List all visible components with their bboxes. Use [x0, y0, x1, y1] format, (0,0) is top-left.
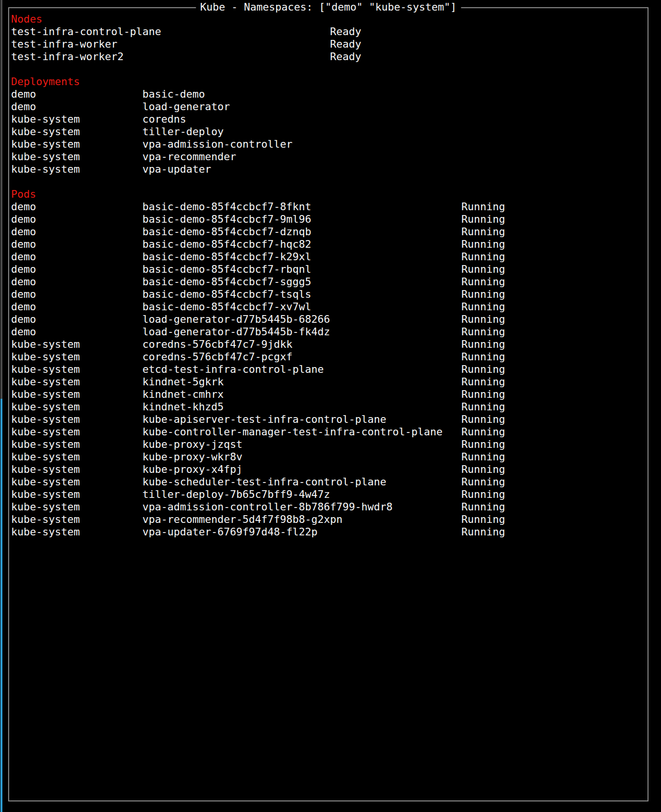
pod-row-status: Running [461, 463, 505, 476]
pod-row-namespace: demo [11, 251, 142, 263]
terminal-window: Kube - Namespaces: ["demo" "kube-system"… [8, 7, 648, 801]
pod-row: demobasic-demo-85f4ccbcf7-rbqnlRunning [11, 263, 648, 276]
pod-row-namespace: demo [11, 276, 142, 288]
pod-row: kube-systemkube-controller-manager-test-… [11, 426, 648, 438]
pod-row-namespace: demo [11, 213, 142, 226]
deployment-row-namespace: demo [11, 88, 142, 101]
node-row: test-infra-workerReady [11, 38, 648, 51]
pod-row: demoload-generator-d77b5445b-68266Runnin… [11, 313, 648, 326]
scrollbar[interactable] [0, 0, 2, 812]
pod-row-status: Running [461, 313, 505, 326]
pod-row-namespace: kube-system [11, 476, 142, 488]
pod-row-namespace: kube-system [11, 351, 142, 363]
deployment-row-name: vpa-updater [142, 163, 211, 176]
pod-row-name: basic-demo-85f4ccbcf7-sggg5 [142, 276, 461, 288]
pod-row: kube-systemkindnet-cmhrxRunning [11, 388, 648, 401]
section-header-nodes: Nodes [11, 13, 648, 25]
node-row-name: test-infra-worker2 [11, 51, 330, 63]
pod-row-namespace: demo [11, 326, 142, 338]
pod-row: kube-systemkube-proxy-jzqstRunning [11, 438, 648, 451]
deployment-row: kube-systemcoredns [11, 113, 648, 126]
pod-row: demobasic-demo-85f4ccbcf7-9ml96Running [11, 213, 648, 226]
pod-row-name: basic-demo-85f4ccbcf7-9ml96 [142, 213, 461, 226]
pod-row: kube-systemvpa-admission-controller-8b78… [11, 501, 648, 513]
node-row: test-infra-control-planeReady [11, 25, 648, 38]
pod-row-name: basic-demo-85f4ccbcf7-xv7wl [142, 301, 461, 313]
pod-row-namespace: kube-system [11, 338, 142, 351]
pod-row-name: vpa-updater-6769f97d48-fl22p [142, 526, 461, 538]
pod-row-status: Running [461, 488, 505, 501]
section-header-deployments: Deployments [11, 76, 648, 88]
pod-row: demobasic-demo-85f4ccbcf7-8fkntRunning [11, 201, 648, 213]
pod-row: demobasic-demo-85f4ccbcf7-k29xlRunning [11, 251, 648, 263]
pod-row: kube-systemetcd-test-infra-control-plane… [11, 363, 648, 376]
scrollbar-thumb[interactable] [0, 399, 2, 812]
pod-row: kube-systemtiller-deploy-7b65c7bff9-4w47… [11, 488, 648, 501]
deployment-row-namespace: kube-system [11, 126, 142, 138]
pod-row-name: basic-demo-85f4ccbcf7-k29xl [142, 251, 461, 263]
deployment-row-namespace: kube-system [11, 163, 142, 176]
pod-row-name: coredns-576cbf47c7-pcgxf [142, 351, 461, 363]
pod-row-name: kube-proxy-wkr8v [142, 451, 461, 463]
pod-row-name: kube-proxy-x4fpj [142, 463, 461, 476]
pod-row-name: basic-demo-85f4ccbcf7-8fknt [142, 201, 461, 213]
pod-row-name: basic-demo-85f4ccbcf7-dznqb [142, 226, 461, 238]
pod-row-name: kube-proxy-jzqst [142, 438, 461, 451]
pod-row-namespace: demo [11, 226, 142, 238]
pod-row-namespace: kube-system [11, 376, 142, 388]
scrollbar-track[interactable] [0, 0, 2, 399]
pod-row-name: basic-demo-85f4ccbcf7-tsqls [142, 288, 461, 301]
pod-row-status: Running [461, 526, 505, 538]
deployments-section: Deployments demobasic-demodemoload-gener… [11, 76, 648, 176]
pod-row-status: Running [461, 476, 505, 488]
pod-row-namespace: demo [11, 263, 142, 276]
nodes-section: Nodes test-infra-control-planeReadytest-… [11, 13, 648, 63]
pod-row-status: Running [461, 326, 505, 338]
pod-row-status: Running [461, 438, 505, 451]
deployment-row: kube-systemvpa-recommender [11, 151, 648, 163]
pod-row-name: vpa-recommender-5d4f7f98b8-g2xpn [142, 513, 461, 526]
node-row-name: test-infra-control-plane [11, 25, 330, 38]
pod-row: demobasic-demo-85f4ccbcf7-sggg5Running [11, 276, 648, 288]
pod-row-status: Running [461, 238, 505, 251]
pod-row-status: Running [461, 251, 505, 263]
pod-row-namespace: kube-system [11, 388, 142, 401]
deployment-row-name: vpa-recommender [142, 151, 236, 163]
pod-row-name: kindnet-5gkrk [142, 376, 461, 388]
deployment-row: demobasic-demo [11, 88, 648, 101]
pod-row-name: kube-apiserver-test-infra-control-plane [142, 413, 461, 426]
pod-row-name: kube-controller-manager-test-infra-contr… [142, 426, 461, 438]
pod-row-name: kindnet-khzd5 [142, 401, 461, 413]
node-row-status: Ready [330, 51, 361, 63]
pod-row: kube-systemkube-scheduler-test-infra-con… [11, 476, 648, 488]
pod-row-name: kube-scheduler-test-infra-control-plane [142, 476, 461, 488]
terminal-content: Nodes test-infra-control-planeReadytest-… [9, 8, 648, 800]
pod-row: kube-systemkube-apiserver-test-infra-con… [11, 413, 648, 426]
pod-row: demobasic-demo-85f4ccbcf7-dznqbRunning [11, 226, 648, 238]
pod-row-status: Running [461, 451, 505, 463]
node-row-status: Ready [330, 25, 361, 38]
deployment-row-name: load-generator [142, 101, 230, 113]
pods-section: Pods demobasic-demo-85f4ccbcf7-8fkntRunn… [11, 188, 648, 538]
pod-row-status: Running [461, 226, 505, 238]
pod-row-namespace: kube-system [11, 488, 142, 501]
pod-row-status: Running [461, 388, 505, 401]
pod-row: demobasic-demo-85f4ccbcf7-xv7wlRunning [11, 301, 648, 313]
pod-row-status: Running [461, 301, 505, 313]
pod-row-namespace: demo [11, 201, 142, 213]
deployment-row-namespace: demo [11, 101, 142, 113]
pod-row-namespace: kube-system [11, 451, 142, 463]
node-row: test-infra-worker2Ready [11, 51, 648, 63]
pod-row-status: Running [461, 276, 505, 288]
pod-row-status: Running [461, 363, 505, 376]
pod-row-namespace: kube-system [11, 426, 142, 438]
deployment-row-name: tiller-deploy [142, 126, 224, 138]
pod-row: kube-systemcoredns-576cbf47c7-pcgxfRunni… [11, 351, 648, 363]
pod-row-name: tiller-deploy-7b65c7bff9-4w47z [142, 488, 461, 501]
deployment-row-name: coredns [142, 113, 186, 126]
pod-row-name: kindnet-cmhrx [142, 388, 461, 401]
pod-row-status: Running [461, 501, 505, 513]
deployment-row: kube-systemvpa-admission-controller [11, 138, 648, 151]
pod-row-name: coredns-576cbf47c7-9jdkk [142, 338, 461, 351]
pod-row-namespace: demo [11, 238, 142, 251]
